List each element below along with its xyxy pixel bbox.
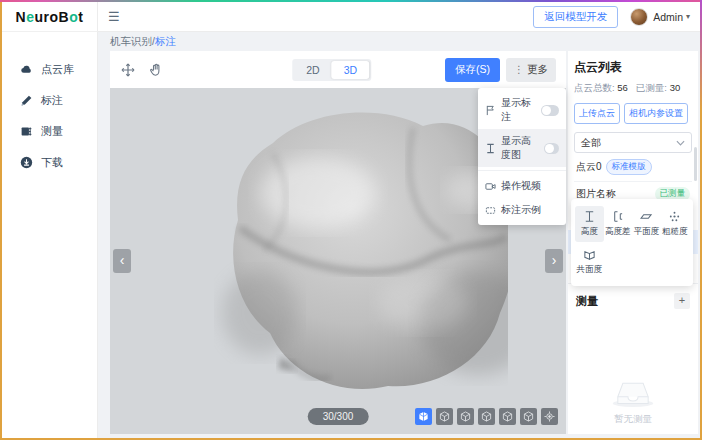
menu-item-label: 标注示例 bbox=[501, 203, 541, 217]
menu-item-show-heightmap[interactable]: 显示高度图 bbox=[478, 129, 566, 167]
menu-divider bbox=[478, 170, 566, 171]
roughness-tool-icon bbox=[668, 210, 681, 223]
pen-icon bbox=[20, 94, 33, 107]
breadcrumb-current: 标注 bbox=[155, 35, 176, 47]
sidebar-collapse-icon[interactable]: ☰ bbox=[108, 9, 120, 24]
template-badge: 标准模版 bbox=[606, 159, 652, 175]
video-icon bbox=[485, 181, 496, 192]
prev-image-button[interactable]: ‹ bbox=[113, 249, 131, 273]
menu-item-annotation-example[interactable]: 标注示例 bbox=[478, 198, 566, 222]
cube-wire-icon bbox=[523, 411, 534, 422]
height-icon bbox=[485, 143, 496, 154]
cube-wire-icon bbox=[481, 411, 492, 422]
mode-3d-button[interactable]: 3D bbox=[332, 61, 369, 79]
measured-value: 30 bbox=[670, 82, 681, 93]
user-caret-icon: ▾ bbox=[686, 12, 690, 21]
more-dots-icon: ⋮ bbox=[514, 64, 524, 75]
height-diff-tool-icon bbox=[611, 210, 624, 223]
view-orientation-bar bbox=[415, 408, 558, 425]
more-button[interactable]: ⋮ 更多 bbox=[506, 58, 556, 82]
move-tool-icon[interactable] bbox=[120, 62, 136, 78]
upload-pointcloud-button[interactable]: 上传点云 bbox=[574, 103, 620, 124]
logo-letter: o bbox=[50, 9, 59, 25]
show-heightmap-toggle[interactable] bbox=[544, 143, 559, 154]
menu-item-show-annotations[interactable]: 显示标注 bbox=[478, 91, 566, 129]
logo-letter-accent: o bbox=[69, 9, 78, 25]
menu-item-label: 显示高度图 bbox=[501, 134, 539, 162]
header-bar: ☰ 返回模型开发 Admin ▾ bbox=[98, 2, 700, 32]
add-measurement-button[interactable]: + bbox=[674, 293, 690, 309]
empty-state: 暂无测量 bbox=[568, 371, 698, 426]
tool-label: 粗糙度 bbox=[662, 226, 688, 238]
image-pager: 30/300 bbox=[308, 408, 369, 425]
tool-height-diff[interactable]: 高度差 bbox=[604, 206, 633, 242]
cloud-icon bbox=[20, 63, 33, 76]
mode-2d-button[interactable]: 2D bbox=[294, 61, 331, 79]
tool-height[interactable]: 高度 bbox=[575, 206, 604, 242]
view-front-button[interactable] bbox=[436, 408, 453, 425]
sidebar-item-label: 点云库 bbox=[41, 62, 74, 77]
cube-wire-icon bbox=[439, 411, 450, 422]
next-image-button[interactable]: › bbox=[545, 249, 563, 273]
view-top-button[interactable] bbox=[520, 408, 537, 425]
sidebar-item-measure[interactable]: 测量 bbox=[2, 116, 97, 147]
measurement-title: 测量 bbox=[576, 294, 598, 309]
height-tool-icon bbox=[583, 210, 596, 223]
measure-icon bbox=[20, 125, 33, 138]
more-label: 更多 bbox=[527, 63, 548, 77]
view-right-button[interactable] bbox=[499, 408, 516, 425]
sidebar-item-label: 测量 bbox=[41, 124, 63, 139]
view-back-button[interactable] bbox=[457, 408, 474, 425]
logo: NeuroBot bbox=[2, 2, 98, 32]
avatar[interactable] bbox=[630, 8, 648, 26]
show-annotations-toggle[interactable] bbox=[541, 105, 559, 116]
tool-label: 平面度 bbox=[634, 226, 660, 238]
breadcrumb: 机车识别/标注 bbox=[98, 32, 700, 51]
sidebar-item-label: 下载 bbox=[41, 155, 63, 170]
hand-tool-icon[interactable] bbox=[148, 62, 164, 78]
tooth-3d-model bbox=[178, 98, 508, 398]
filter-select[interactable]: 全部 bbox=[574, 132, 692, 153]
app-root: NeuroBot ☰ 返回模型开发 Admin ▾ 点云库 标注 测量 bbox=[2, 2, 700, 438]
filter-value: 全部 bbox=[581, 136, 601, 150]
label-icon bbox=[485, 205, 496, 216]
view-left-button[interactable] bbox=[478, 408, 495, 425]
sidebar-item-annotate[interactable]: 标注 bbox=[2, 85, 97, 116]
download-icon bbox=[20, 156, 33, 169]
main-card: 2D 3D 保存(S) ⋮ 更多 显示标注 bbox=[110, 51, 566, 434]
cube-solid-icon bbox=[418, 411, 429, 422]
view-iso-button[interactable] bbox=[415, 408, 432, 425]
menu-item-label: 显示标注 bbox=[501, 96, 536, 124]
view-mode-switch: 2D 3D bbox=[292, 59, 371, 81]
tool-flatness[interactable]: 平面度 bbox=[632, 206, 661, 242]
camera-params-button[interactable]: 相机内参设置 bbox=[624, 103, 688, 124]
logo-letter: t bbox=[78, 9, 83, 25]
empty-text: 暂无测量 bbox=[614, 413, 652, 426]
cube-wire-icon bbox=[460, 411, 471, 422]
sidebar-item-download[interactable]: 下载 bbox=[2, 147, 97, 178]
back-to-model-dev-button[interactable]: 返回模型开发 bbox=[533, 6, 618, 28]
crosshair-icon bbox=[544, 411, 555, 422]
panel-stats: 点云总数: 56 已测量: 30 bbox=[574, 82, 692, 95]
empty-box-icon bbox=[606, 371, 660, 409]
panel-title: 点云列表 bbox=[574, 59, 692, 76]
tool-label: 高度 bbox=[581, 226, 598, 238]
user-name[interactable]: Admin bbox=[653, 11, 683, 23]
sidebar-item-label: 标注 bbox=[41, 93, 63, 108]
pointcloud-item[interactable]: 点云0 标准模版 bbox=[574, 153, 692, 182]
more-dropdown-menu: 显示标注 显示高度图 操作视频 bbox=[478, 88, 566, 225]
scrollbar-thumb[interactable] bbox=[694, 147, 697, 181]
sidebar: 点云库 标注 测量 下载 bbox=[2, 32, 98, 438]
tool-coplanarity[interactable]: 共面度 bbox=[575, 244, 604, 280]
coplanarity-tool-icon bbox=[583, 248, 596, 261]
locate-button[interactable] bbox=[541, 408, 558, 425]
menu-item-tutorial-video[interactable]: 操作视频 bbox=[478, 174, 566, 198]
tool-roughness[interactable]: 粗糙度 bbox=[661, 206, 690, 242]
sidebar-item-pointcloud-lib[interactable]: 点云库 bbox=[2, 54, 97, 85]
logo-letter-accent: e bbox=[26, 9, 34, 25]
logo-letter: B bbox=[59, 9, 70, 25]
logo-letter: ur bbox=[35, 9, 50, 25]
measured-label: 已测量: bbox=[636, 82, 667, 93]
save-button[interactable]: 保存(S) bbox=[445, 58, 500, 82]
breadcrumb-section[interactable]: 机车识别 bbox=[110, 35, 152, 47]
